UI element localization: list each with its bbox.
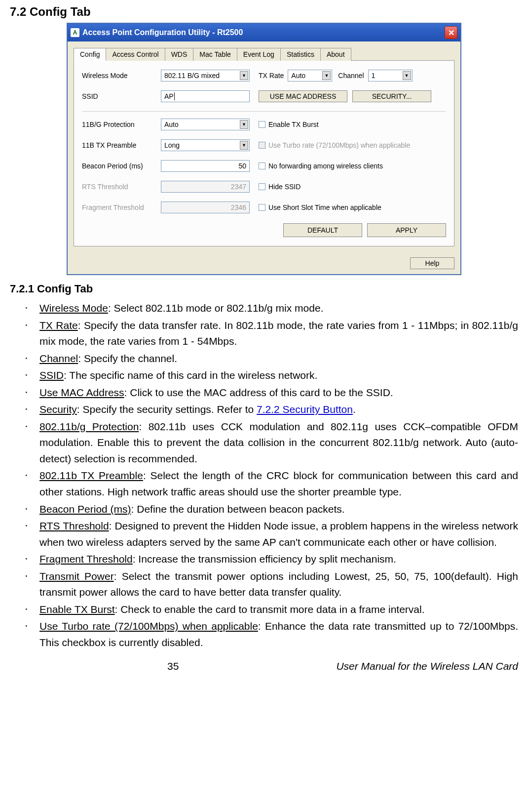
list-item: ‧Transmit Power: Select the transmit pow… xyxy=(25,568,518,601)
tab-statistics[interactable]: Statistics xyxy=(280,48,321,61)
default-button[interactable]: DEFAULT xyxy=(283,223,362,237)
chevron-down-icon: ▼ xyxy=(240,120,248,129)
security-button-link[interactable]: 7.2.2 Security Button xyxy=(257,404,353,415)
list-item: ‧Wireless Mode: Select 802.11b mode or 8… xyxy=(25,300,518,317)
list-item: ‧Fragment Threshold: Increase the transm… xyxy=(25,551,518,568)
tab-about[interactable]: About xyxy=(320,48,351,61)
list-item: ‧Beacon Period (ms): Define the duration… xyxy=(25,501,518,518)
heading-7-2-1: 7.2.1 Config Tab xyxy=(10,283,518,295)
beacon-label: Beacon Period (ms) xyxy=(82,162,161,170)
config-window: A Access Point Configuration Utility - R… xyxy=(67,23,461,275)
enable-tx-burst-checkbox[interactable] xyxy=(259,121,265,128)
fragment-value: 2346 xyxy=(231,203,246,211)
hide-ssid-label: Hide SSID xyxy=(268,183,301,191)
tx-rate-value: Auto xyxy=(291,72,305,80)
apply-button[interactable]: APPLY xyxy=(367,223,446,237)
chevron-down-icon: ▼ xyxy=(240,141,248,150)
preamble-select[interactable]: Long ▼ xyxy=(161,139,250,151)
short-slot-checkbox[interactable] xyxy=(259,204,265,211)
text-cursor xyxy=(174,92,175,100)
chevron-down-icon: ▼ xyxy=(403,71,411,80)
app-icon: A xyxy=(71,28,79,37)
list-item: ‧Use MAC Address: Click to use the MAC a… xyxy=(25,385,518,401)
footer-title: User Manual for the Wireless LAN Card xyxy=(336,660,518,672)
beacon-input[interactable]: 50 xyxy=(161,160,250,172)
list-item: ‧802.11b/g Protection: 802.11b uses CCK … xyxy=(25,419,518,467)
security-button[interactable]: SECURITY... xyxy=(352,90,431,102)
fragment-label: Fragment Threshold xyxy=(82,203,161,211)
protection-label: 11B/G Protection xyxy=(82,121,161,128)
ssid-input[interactable]: AP xyxy=(161,90,250,102)
protection-select[interactable]: Auto ▼ xyxy=(161,119,250,130)
hide-ssid-checkbox[interactable] xyxy=(259,183,265,190)
use-mac-address-button[interactable]: USE MAC ADDRESS xyxy=(259,90,347,102)
tab-mac-table[interactable]: Mac Table xyxy=(193,48,237,61)
channel-label: Channel xyxy=(338,72,364,80)
heading-7-2: 7.2 Config Tab xyxy=(10,5,518,19)
tx-rate-select[interactable]: Auto ▼ xyxy=(288,70,332,81)
page-number: 35 xyxy=(46,660,300,672)
ssid-label: SSID xyxy=(82,92,161,100)
preamble-value: Long xyxy=(164,141,180,149)
ssid-value: AP xyxy=(164,92,174,100)
chevron-down-icon: ▼ xyxy=(240,71,248,80)
close-icon[interactable]: ✕ xyxy=(445,26,457,39)
enable-tx-burst-label: Enable TX Burst xyxy=(268,121,319,128)
tx-rate-label: TX Rate xyxy=(259,72,284,80)
tab-config[interactable]: Config xyxy=(74,48,106,61)
preamble-label: 11B TX Preamble xyxy=(82,141,161,149)
tab-event-log[interactable]: Event Log xyxy=(237,48,281,61)
tab-access-control[interactable]: Access Control xyxy=(106,48,165,61)
rts-label: RTS Threshold xyxy=(82,183,161,191)
channel-value: 1 xyxy=(372,72,376,80)
turbo-rate-checkbox xyxy=(259,142,265,149)
channel-select[interactable]: 1 ▼ xyxy=(368,70,413,81)
no-forwarding-label: No forwarding among wireless clients xyxy=(268,162,383,170)
tab-strip: Config Access Control WDS Mac Table Even… xyxy=(74,47,454,61)
titlebar: A Access Point Configuration Utility - R… xyxy=(68,24,460,41)
list-item: ‧TX Rate: Specify the data transfer rate… xyxy=(25,318,518,350)
definitions-list: ‧Wireless Mode: Select 802.11b mode or 8… xyxy=(10,300,518,650)
no-forwarding-checkbox[interactable] xyxy=(259,162,265,169)
divider xyxy=(82,111,446,112)
window-title: Access Point Configuration Utility - Rt2… xyxy=(82,28,243,37)
chevron-down-icon: ▼ xyxy=(322,71,331,80)
turbo-rate-label: Use Turbo rate (72/100Mbps) when applica… xyxy=(268,141,410,149)
beacon-value: 50 xyxy=(238,162,246,170)
rts-input: 2347 xyxy=(161,181,250,193)
wireless-mode-select[interactable]: 802.11 B/G mixed ▼ xyxy=(161,70,250,81)
list-item: ‧RTS Threshold: Designed to prevent the … xyxy=(25,518,518,550)
help-button[interactable]: Help xyxy=(410,257,454,269)
rts-value: 2347 xyxy=(231,183,246,191)
list-item: ‧SSID: The specific name of this card in… xyxy=(25,367,518,384)
list-item: ‧Enable TX Burst: Check to enable the ca… xyxy=(25,602,518,618)
protection-value: Auto xyxy=(164,121,179,128)
list-item: ‧Security: Specify the security settings… xyxy=(25,402,518,418)
wireless-mode-value: 802.11 B/G mixed xyxy=(164,72,220,80)
list-item: ‧Use Turbo rate (72/100Mbps) when applic… xyxy=(25,618,518,650)
tab-wds[interactable]: WDS xyxy=(165,48,194,61)
page-footer: 35 User Manual for the Wireless LAN Card xyxy=(10,660,518,672)
wireless-mode-label: Wireless Mode xyxy=(82,72,161,80)
short-slot-label: Use Short Slot Time when applicable xyxy=(268,203,381,211)
fragment-input: 2346 xyxy=(161,202,250,213)
list-item: ‧Channel: Specify the channel. xyxy=(25,351,518,367)
list-item: ‧802.11b TX Preamble: Select the length … xyxy=(25,468,518,500)
